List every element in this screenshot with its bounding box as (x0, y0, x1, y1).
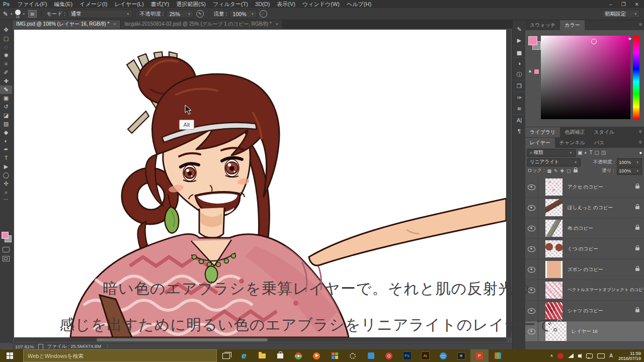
minimize-button[interactable]: – (609, 2, 612, 7)
layer-row[interactable]: くつ のコピー (525, 239, 644, 259)
layer-fill-select[interactable]: 100% ▾ (617, 167, 642, 175)
canvas-horizontal-scrollbar[interactable] (14, 338, 506, 342)
recorder-button[interactable] (452, 349, 470, 362)
blur-tool[interactable]: ◆ (0, 128, 12, 137)
filter-shape-layers-icon[interactable]: ▢ (595, 150, 599, 155)
saturation-brightness-field[interactable] (541, 36, 630, 119)
layer-thumbnail[interactable] (545, 220, 562, 237)
filter-pixel-layers-icon[interactable]: ▣ (578, 150, 582, 155)
dodge-tool[interactable]: ◐ (0, 137, 12, 145)
quick-selection-tool[interactable]: ✱ (0, 51, 12, 60)
blend-mode-select[interactable]: 通常 ▾ (67, 10, 132, 18)
visibility-toggle[interactable] (525, 177, 538, 197)
tool-preset-caret-icon[interactable]: ▾ (9, 12, 14, 16)
menu-item-file[interactable]: ファイル(F) (14, 1, 50, 8)
tab-color-correction[interactable]: 色調補正 (560, 127, 589, 137)
panel-menu-icon[interactable]: ≡ (639, 22, 642, 27)
panel-menu-icon[interactable]: ≡ (639, 139, 642, 145)
eraser-tool[interactable]: ◪ (0, 111, 12, 120)
zoom-level-field[interactable]: 107.81% (12, 344, 37, 349)
lock-transparent-icon[interactable]: ▦ (547, 168, 551, 173)
pressure-opacity-icon[interactable]: ✎ (196, 10, 204, 18)
layer-row[interactable]: ズボン のコピー (525, 259, 644, 280)
menu-item-window[interactable]: ウィンドウ(W) (299, 1, 343, 8)
tab-paths[interactable]: パス (590, 138, 609, 148)
tab-color[interactable]: カラー (560, 20, 584, 30)
gradient-tool[interactable]: ▨ (0, 120, 12, 128)
foreground-color-swatch[interactable] (2, 232, 9, 239)
tab-layers[interactable]: レイヤー (525, 138, 555, 148)
taskbar-search-input[interactable] (23, 349, 217, 362)
chrome-button[interactable] (289, 349, 307, 362)
media-player-button[interactable] (307, 349, 326, 362)
panel-menu-icon[interactable]: ≡ (639, 129, 642, 134)
filter-adjustment-layers-icon[interactable]: ◐ (584, 150, 587, 155)
document-tab-lacgaki[interactable]: lacgaki-20150814-02.psd @ 25% (グループ 1 のコ… (121, 20, 283, 29)
file-explorer-button[interactable] (253, 349, 271, 362)
antivirus-icon[interactable] (557, 353, 564, 359)
start-button[interactable] (0, 349, 23, 362)
color-swatch-widget[interactable] (2, 232, 12, 243)
menu-item-filter[interactable]: フィルター(T) (209, 1, 252, 8)
lock-position-icon[interactable]: ✥ (560, 168, 565, 173)
crop-tool[interactable]: ⌗ (0, 60, 12, 68)
restore-button[interactable]: ❐ (621, 2, 626, 7)
store-button[interactable] (271, 349, 289, 362)
network-icon[interactable] (568, 353, 574, 358)
layer-row[interactable]: ベクトルスマートオブジェクト のコピー (525, 280, 644, 301)
layer-blend-mode-select[interactable]: リニアライト ▾ (527, 158, 581, 166)
shape-tool[interactable]: ◯ (0, 171, 12, 179)
layer-thumbnail[interactable] (545, 178, 562, 196)
filter-type-layers-icon[interactable]: T (590, 150, 593, 155)
filter-smart-objects-icon[interactable]: ◳ (601, 150, 606, 155)
visibility-toggle[interactable] (525, 218, 538, 238)
action-center-icon[interactable] (586, 353, 593, 358)
tab-channels[interactable]: チャンネル (555, 138, 590, 148)
menu-item-view[interactable]: 表示(V) (273, 1, 299, 8)
info-panel-icon[interactable]: ⓘ (513, 69, 526, 80)
scrollbar-thumb[interactable] (97, 338, 268, 341)
visibility-toggle[interactable] (525, 239, 538, 259)
brush-tool[interactable]: ✎ (0, 85, 12, 94)
layer-thumbnail[interactable] (545, 282, 562, 299)
tab-styles[interactable]: スタイル (589, 127, 619, 137)
layer-row[interactable]: 布 のコピー (525, 218, 644, 239)
history-brush-tool[interactable]: ↺ (0, 103, 12, 111)
photoshop-button[interactable]: Ps (398, 349, 416, 362)
gamut-warning-icon[interactable]: ▲ (528, 68, 532, 73)
visibility-toggle[interactable] (525, 198, 538, 218)
brush-tool-icon[interactable]: ✎ (0, 11, 9, 18)
menu-item-type[interactable]: 書式(Y) (147, 1, 173, 8)
ime-indicator[interactable]: A (609, 353, 613, 358)
menu-item-select[interactable]: 選択範囲(S) (173, 1, 209, 8)
flow-select[interactable]: 100% ▾ (229, 10, 257, 18)
tray-expand-icon[interactable]: ∧ (550, 353, 553, 358)
tab-close-icon[interactable]: × (276, 22, 278, 27)
workspace-select[interactable]: 初期設定 ▾ (601, 10, 640, 18)
task-view-button[interactable] (217, 349, 235, 362)
histogram-panel-icon[interactable]: ▅ (513, 46, 526, 57)
airbrush-icon[interactable]: ☄ (260, 10, 267, 18)
quick-mask-button[interactable] (3, 247, 10, 252)
pen-tool[interactable]: ✒ (0, 145, 12, 154)
tool-presets-panel-icon[interactable]: ≋ (513, 103, 526, 114)
taskbar-clock[interactable]: 11:59 2016/07/19 (617, 351, 641, 361)
type-tool[interactable]: T (0, 154, 12, 162)
spot-healing-tool[interactable]: ✚ (0, 77, 12, 85)
edit-toolbar-button[interactable]: ⋯ (0, 197, 12, 204)
brush-settings-panel-icon[interactable]: ✎ (513, 24, 526, 35)
brush-presets-panel-icon[interactable]: ✑ (513, 92, 526, 103)
foreground-color-swatch[interactable] (528, 36, 537, 45)
lock-artboard-icon[interactable]: ▢ (567, 168, 571, 173)
presentation-button-active[interactable]: P (470, 349, 489, 362)
tab-library[interactable]: ライブラリ (525, 127, 560, 137)
character-panel-icon[interactable]: A| (513, 114, 526, 126)
menu-item-help[interactable]: ヘルプ(H) (343, 1, 375, 8)
adjustments-panel-icon[interactable]: ◑ (513, 57, 526, 69)
visibility-toggle[interactable] (525, 259, 538, 280)
menu-item-image[interactable]: イメージ(I) (76, 1, 111, 8)
eyedropper-tool[interactable]: ✐ (0, 68, 12, 77)
notes-app-button[interactable] (362, 349, 380, 362)
layer-thumbnail[interactable] (545, 261, 562, 278)
toggle-brush-panel-button[interactable]: ▤ (28, 10, 37, 18)
